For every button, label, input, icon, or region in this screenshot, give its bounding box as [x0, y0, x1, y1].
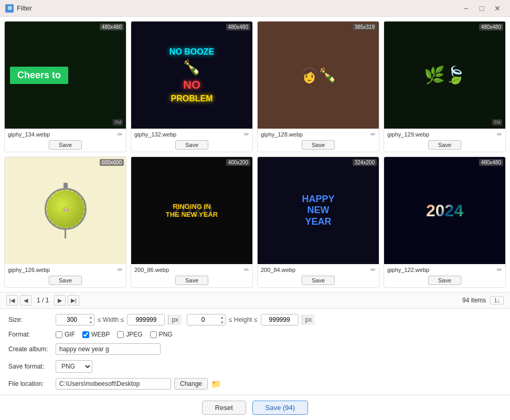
watermark: TM	[113, 119, 123, 125]
webp-checkbox[interactable]	[82, 331, 89, 338]
file-location-row: File location: Change 📁	[8, 378, 502, 390]
height-input-group: ▲ ▼	[187, 314, 226, 326]
thumbnail: HAPPYNEWYEAR 324x200	[258, 157, 379, 264]
save-format-label: Save format:	[8, 363, 50, 370]
woman-emoji: 👩‍🍾	[300, 67, 337, 84]
height-input[interactable]	[187, 314, 219, 325]
thumbnail: NO BOOZE 🍾 NO PROBLEM 480x480	[131, 22, 252, 129]
format-png[interactable]: PNG	[150, 331, 173, 338]
neon-icon: 🍾	[183, 59, 201, 76]
save-button[interactable]: Save	[49, 276, 82, 285]
width-label: ≤ Width ≤	[98, 316, 124, 323]
gallery-item: 🌿 🍃 TM 480x480 giphy_129.webp ✏ Save	[384, 21, 506, 152]
page-navigation: |◀ ◀ 1 / 1 ▶ ▶|	[6, 295, 79, 306]
happy-ny-text: HAPPYNEWYEAR	[302, 194, 334, 228]
width-input-group: ▲ ▼	[56, 314, 94, 326]
save-button[interactable]: Save	[175, 140, 208, 150]
save-format-select[interactable]: PNG JPEG WEBP GIF	[56, 360, 92, 373]
png-label: PNG	[159, 331, 173, 338]
last-page-button[interactable]: ▶|	[68, 295, 79, 306]
gallery-item: 🏘️ 600x600 giphy_126.webp ✏ Save	[4, 156, 126, 288]
jpeg-label: JPEG	[126, 331, 142, 338]
filename: giphy_128.webp	[261, 131, 368, 138]
size-row: Size: ▲ ▼ ≤ Width ≤ px	[8, 314, 502, 326]
edit-icon[interactable]: ✏	[370, 131, 376, 138]
size-badge: 324x200	[353, 159, 377, 166]
width-input[interactable]	[56, 314, 88, 325]
save-button[interactable]: Save	[302, 276, 335, 285]
next-page-button[interactable]: ▶	[54, 295, 66, 306]
save-all-button[interactable]: Save (94)	[252, 401, 308, 415]
gallery-info: giphy_122.webp ✏	[384, 264, 505, 274]
edit-icon[interactable]: ✏	[244, 131, 249, 138]
minimize-button[interactable]: −	[459, 3, 473, 14]
save-button[interactable]: Save	[302, 140, 335, 150]
title-bar-left: ⚙ Filter	[5, 4, 32, 13]
size-badge: 480x480	[226, 24, 250, 30]
save-button[interactable]: Save	[428, 276, 461, 285]
gallery-item: 2024 480x480 giphy_122.webp ✏ Save	[384, 156, 506, 288]
window-title: Filter	[17, 4, 32, 12]
gif-label: GIF	[65, 331, 75, 338]
gallery-info: giphy_129.webp ✏	[384, 129, 505, 138]
watermark: TM	[492, 119, 502, 125]
create-album-input[interactable]	[56, 343, 161, 355]
gallery-info: giphy_134.webp ✏	[5, 129, 126, 138]
filename: giphy_132.webp	[134, 131, 242, 138]
size-badge: 480x480	[479, 24, 503, 30]
thumbnail: 2024 480x480	[384, 157, 505, 264]
format-gif[interactable]: GIF	[56, 331, 75, 338]
neon-text-2: PROBLEM	[171, 94, 213, 103]
edit-icon[interactable]: ✏	[118, 131, 123, 138]
png-checkbox[interactable]	[150, 331, 157, 338]
edit-icon[interactable]: ✏	[244, 266, 249, 274]
width-control: ▲ ▼ ≤ Width ≤ px	[56, 314, 182, 326]
height-max-input[interactable]	[261, 314, 298, 325]
size-label: Size:	[8, 316, 50, 323]
edit-icon[interactable]: ✏	[497, 131, 502, 138]
create-album-label: Create album:	[8, 345, 50, 353]
sort-button[interactable]: 1↓	[490, 296, 504, 304]
edit-icon[interactable]: ✏	[370, 266, 376, 274]
leaf-emoji: 🍃	[445, 65, 466, 85]
thumbnail: 🏘️ 600x600	[5, 157, 126, 264]
format-webp[interactable]: WEBP	[82, 331, 110, 338]
file-location-input[interactable]	[56, 378, 171, 390]
height-arrows[interactable]: ▲ ▼	[219, 315, 225, 325]
format-label: Format:	[8, 331, 50, 338]
width-max-input[interactable]	[128, 314, 164, 325]
folder-icon-button[interactable]: 📁	[211, 379, 221, 389]
prev-page-button[interactable]: ◀	[20, 295, 31, 306]
create-album-row: Create album:	[8, 343, 502, 355]
jpeg-checkbox[interactable]	[117, 331, 124, 338]
edit-icon[interactable]: ✏	[497, 266, 502, 274]
title-bar: ⚙ Filter − □ ✕	[0, 0, 510, 17]
close-button[interactable]: ✕	[490, 3, 505, 14]
ny2024-text: 2024	[426, 201, 463, 220]
filename: giphy_122.webp	[387, 267, 495, 273]
filename: giphy_134.webp	[8, 131, 115, 138]
height-max-group	[261, 314, 299, 326]
edit-icon[interactable]: ✏	[118, 266, 123, 274]
filename: giphy_129.webp	[387, 131, 495, 138]
change-button[interactable]: Change	[174, 378, 208, 390]
format-options: GIF WEBP JPEG PNG	[56, 331, 173, 338]
save-button[interactable]: Save	[428, 140, 461, 150]
format-jpeg[interactable]: JPEG	[117, 331, 142, 338]
page-info: 1 / 1	[34, 297, 52, 304]
width-arrows[interactable]: ▲ ▼	[88, 315, 94, 325]
filename: 200_84.webp	[261, 267, 368, 273]
app-icon: ⚙	[5, 4, 14, 13]
save-format-row: Save format: PNG JPEG WEBP GIF	[8, 360, 502, 373]
gallery-item: 2020 RINGING INTHE NEW YEAR 400x200 200_…	[131, 156, 253, 288]
maximize-button[interactable]: □	[474, 3, 489, 14]
height-control: ▲ ▼ ≤ Height ≤ px	[187, 314, 315, 326]
save-button[interactable]: Save	[49, 140, 82, 150]
reset-button[interactable]: Reset	[202, 401, 246, 415]
gif-checkbox[interactable]	[56, 331, 62, 338]
save-button[interactable]: Save	[175, 276, 208, 285]
controls-area: Size: ▲ ▼ ≤ Width ≤ px	[0, 309, 510, 395]
first-page-button[interactable]: |◀	[6, 295, 18, 306]
filename: giphy_126.webp	[8, 267, 115, 273]
size-badge: 385x319	[353, 24, 377, 30]
